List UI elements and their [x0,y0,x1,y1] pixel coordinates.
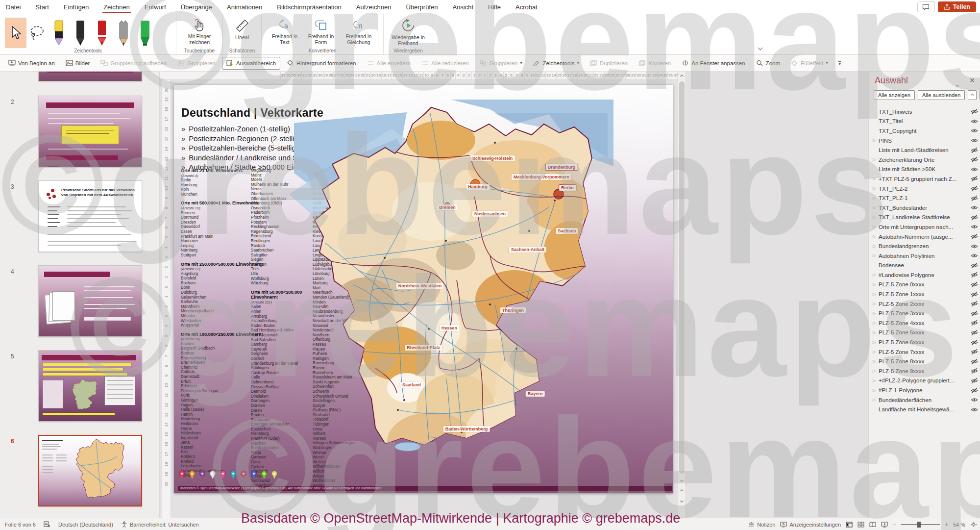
layer-row[interactable]: ▷ PLZ-5 Zone 2xxxx [869,299,980,309]
horizontal-ruler[interactable]: 3736353433323130292827262524232221201918… [160,72,677,80]
layer-row[interactable]: ▷ Zeichenerklärung Orte [869,155,980,165]
expand-arrow-icon[interactable]: ▷ [873,225,879,229]
scroll-down-button[interactable] [679,477,685,484]
menu-item[interactable]: Zeichnen [102,1,130,13]
layer-row[interactable]: ▷ TXT_Titel [869,117,980,126]
visibility-eye-icon[interactable] [968,291,980,298]
cmd-duplicate[interactable]: Duplizieren [586,57,633,70]
pane-close-button[interactable]: ✕ [969,76,975,84]
layer-row[interactable]: ▷ PLZ-5 Zone 6xxxx [869,337,980,347]
visibility-eye-icon[interactable] [968,339,980,346]
menu-item[interactable]: Übergänge [180,1,213,13]
fit-slide-button[interactable] [970,521,977,528]
layer-row[interactable]: ▷ PLZ-5 Zone 4xxxx [869,318,980,328]
menu-item[interactable]: Animationen [226,1,263,13]
layer-label[interactable]: Bundeslandgrenzen [879,243,968,249]
expand-arrow-icon[interactable]: ▷ [873,340,879,345]
expand-arrow-icon[interactable]: ▷ [873,330,879,335]
layer-row[interactable]: ▷ Bodensee [869,261,980,271]
layer-label[interactable]: +TXT PLZ-5 gruppiert nach Z... [879,176,968,182]
layer-row[interactable]: ▷ Bundesländerflächen [869,395,980,405]
expand-arrow-icon[interactable]: ▷ [873,215,879,220]
visibility-eye-icon[interactable] [968,349,980,355]
ruler-button[interactable]: Lineal [228,17,256,51]
layer-label[interactable]: Zeichenerklärung Orte [879,157,968,163]
visibility-eye-icon[interactable] [968,262,980,269]
cmd-format-background[interactable]: Hintergrund formatieren [282,57,360,70]
next-slide-button[interactable] [679,497,685,505]
scroll-up-button[interactable] [679,73,685,80]
cmd-copy[interactable]: Kopieren [634,57,675,70]
expand-arrow-icon[interactable]: ▷ [873,379,879,383]
slide-canvas[interactable]: Deutschland | Vektorkarte »Postleitzahle… [174,85,673,493]
visibility-eye-icon[interactable] [968,358,980,365]
notes-toggle[interactable]: Notizen [748,522,775,528]
slide-3-thumbnail[interactable]: Praktische ShortCuts für das Verwalten v… [38,180,142,252]
expand-arrow-icon[interactable]: ▷ [873,398,879,402]
zoom-in-button[interactable]: + [945,522,948,528]
layer-label[interactable]: +#PLZ-2-Polygone gruppiert... [879,378,968,383]
menu-item[interactable]: Hilfe [487,1,502,13]
layer-label[interactable]: PLZ-5 Zone 8xxxx [879,358,968,364]
cmd-fill-effect[interactable]: Fülleffekt▾ [786,57,832,70]
cmd-group[interactable]: Gruppieren [173,57,220,70]
cmd-expand-all[interactable]: Alle erweitern [363,57,416,70]
visibility-eye-icon[interactable] [968,252,980,259]
layer-label[interactable]: PLZ-5 Zone 2xxxx [879,301,968,307]
ink-to-math-button[interactable]: π Freihand in Gleichung [339,17,378,51]
layer-row[interactable]: ▷ TXT_PLZ-1 [869,193,980,203]
layer-label[interactable]: PLZ-5 Zone 6xxxx [879,339,968,345]
layer-row[interactable]: ▷ PINS [869,136,980,146]
layer-label[interactable]: Autobahn-Nummern (ausge... [879,234,968,240]
layer-label[interactable]: PINS [879,138,968,144]
menu-item[interactable]: Einfügen [63,1,90,13]
layer-label[interactable]: Liste mit Städten >50K [879,166,968,172]
accessibility-status[interactable]: Barrierefreiheit: Untersuchen [121,521,199,528]
layer-label[interactable]: #PLZ-1-Polygone [879,387,968,393]
expand-arrow-icon[interactable]: ▷ [873,282,879,287]
menu-item[interactable]: Aufzeichnen [355,1,392,13]
cmd-from-beginning[interactable]: Von Beginn an [4,57,59,70]
layer-row[interactable]: ▷ Liste mit Städten >50K [869,165,980,175]
visibility-eye-icon[interactable] [968,310,980,317]
visibility-eye-icon[interactable] [968,127,980,134]
layer-label[interactable]: TXT_Copyright [879,128,968,134]
language-indicator[interactable]: Deutsch (Deutschland) [58,522,113,528]
visibility-eye-icon[interactable] [968,204,980,211]
vertical-ruler[interactable]: 2019181716151413121110987654321012345678… [162,80,171,518]
visibility-eye-icon[interactable] [968,329,980,336]
visibility-eye-icon[interactable] [968,397,980,403]
expand-arrow-icon[interactable]: ▷ [873,311,879,316]
layer-label[interactable]: Liste mit Land-/Stadtkreisen [879,147,968,153]
cmd-draw-tools[interactable]: Zeichentools▾ [528,57,583,70]
cmd-collapse-all[interactable]: Alle reduzieren [417,57,473,70]
layer-label[interactable]: PLZ-5 Zone 5xxxx [879,329,968,335]
visibility-eye-icon[interactable] [968,176,980,182]
visibility-eye-icon[interactable] [968,406,980,413]
layer-label[interactable]: Autobahnen Polylinien [879,253,968,259]
layer-label[interactable]: Orte mit Untergruppen nach... [879,224,968,230]
slide-4-thumbnail[interactable] [38,265,142,337]
layer-label[interactable]: PLZ-5 Zone 7xxxx [879,349,968,355]
zoom-slider-thumb[interactable] [917,522,921,528]
expand-arrow-icon[interactable]: ▷ [873,292,879,297]
layer-row[interactable]: ▷ TXT_Hinweis [869,107,980,117]
expand-arrow-icon[interactable]: ▷ [873,157,879,162]
ink-to-shape-button[interactable]: Freihand in Form [303,17,339,51]
scrollbar-thumb[interactable] [679,81,685,474]
layer-label[interactable]: Landfläche mit Hoheitsgewä... [879,406,968,412]
eraser-tool-button[interactable] [48,18,70,48]
draw-with-finger-button[interactable]: Mit Finger zeichnen [181,17,218,51]
visibility-eye-icon[interactable] [968,185,980,192]
visibility-eye-icon[interactable] [968,243,980,250]
layer-row[interactable]: ▷ PLZ-5 Zone 9xxxx [869,366,980,376]
layer-row[interactable]: ▷ TXT_Bundesländer [869,203,980,213]
layer-row[interactable]: ▷ PLZ-5 Zone 0xxxx [869,280,980,290]
cmd-overflow[interactable]: ▾ [834,57,845,70]
layer-label[interactable]: TXT_Landkreise-Stadtkreise [879,214,968,220]
visibility-eye-icon[interactable] [968,320,980,326]
zoom-out-button[interactable]: − [893,522,896,528]
pencil-button[interactable] [113,18,134,48]
show-all-button[interactable]: Alle anzeigen [874,90,915,100]
layer-row[interactable]: ▷ Autobahn-Nummern (ausge... [869,232,980,242]
